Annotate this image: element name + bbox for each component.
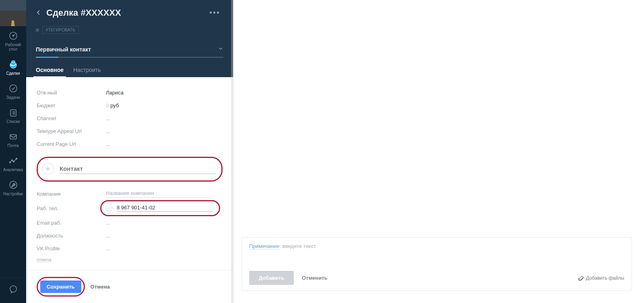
cancel-note-button[interactable]: Отменить	[302, 275, 328, 281]
note-composer: Примечание: введите текст Добавить Отмен…	[242, 237, 632, 291]
highlight-save: Сохранить	[37, 277, 85, 297]
avatar[interactable]	[0, 0, 26, 26]
attach-files-link[interactable]: Добавить файлы	[578, 275, 624, 281]
mail-icon	[8, 131, 19, 142]
chat-icon	[8, 284, 19, 295]
svg-point-10	[16, 158, 17, 160]
sidebar-item-label: Рабочий стол	[5, 43, 21, 51]
sidebar-item-label: Списки	[6, 119, 20, 124]
plus-icon[interactable]	[42, 163, 54, 175]
deal-title[interactable]: Сделка #XXXXXX	[46, 8, 206, 18]
sidebar: Рабочий стол Сделки Задачи Списки Почта	[0, 0, 26, 303]
panel-footer: Сохранить Отмена	[26, 270, 233, 303]
field-label-phone: Раб. тел.	[37, 205, 106, 211]
sidebar-item-mail[interactable]: Почта	[0, 127, 26, 151]
field-value-budget[interactable]: 0руб	[106, 102, 223, 109]
field-value-teletype[interactable]: ...	[106, 128, 223, 134]
field-label-vk: VK Profile	[37, 246, 106, 252]
cancel-button[interactable]: Отмена	[91, 284, 110, 290]
highlight-phone	[100, 200, 220, 216]
field-value-channel[interactable]: ...	[106, 115, 223, 121]
sidebar-item-analytics[interactable]: Аналитика	[0, 151, 26, 175]
svg-rect-6	[10, 135, 17, 139]
field-label-position: Должность	[37, 233, 106, 239]
wrench-icon	[8, 179, 19, 190]
add-note-button[interactable]: Добавить	[249, 271, 294, 285]
highlight-contact	[37, 157, 223, 182]
feed-area: Примечание: введите текст Добавить Отмен…	[233, 0, 644, 303]
svg-point-1	[12, 35, 14, 37]
sidebar-item-label: Почта	[8, 143, 19, 148]
deal-body: Отв-ный Лариса Бюджет 0руб Channel ... T…	[26, 77, 233, 270]
svg-point-11	[10, 181, 17, 188]
phone-input[interactable]	[117, 204, 213, 212]
field-label-teletype: Teletype Appeal Url	[37, 128, 106, 134]
deals-icon	[8, 59, 19, 70]
svg-rect-3	[12, 61, 15, 63]
back-icon[interactable]	[36, 10, 42, 16]
field-label-curpage: Current Page Url	[37, 141, 106, 147]
field-label-channel: Channel	[37, 115, 106, 121]
svg-point-7	[9, 162, 10, 163]
field-label-company: Компания	[37, 191, 106, 197]
sidebar-item-deals[interactable]: Сделки	[0, 55, 26, 79]
phone-type-icon[interactable]	[105, 204, 113, 211]
hash-icon: #	[36, 27, 39, 33]
sidebar-item-chat[interactable]	[0, 278, 26, 298]
field-value-responsible[interactable]: Лариса	[106, 90, 223, 96]
sidebar-item-settings[interactable]: Настройки	[0, 175, 26, 199]
tab-main[interactable]: Основное	[36, 63, 64, 77]
svg-point-8	[11, 160, 12, 161]
note-input[interactable]: Примечание: введите текст	[242, 237, 632, 265]
sidebar-item-label: Задачи	[6, 95, 20, 100]
svg-point-9	[13, 161, 14, 162]
gauge-icon	[8, 30, 19, 41]
save-button[interactable]: Сохранить	[40, 280, 81, 293]
field-value-curpage[interactable]: ...	[106, 141, 223, 147]
sidebar-item-label: Настройки	[3, 192, 23, 196]
field-value-position[interactable]: ...	[106, 233, 223, 239]
list-icon	[8, 107, 19, 118]
check-circle-icon	[8, 83, 19, 94]
cancel-contact-link[interactable]: отмена	[37, 257, 52, 262]
field-value-email[interactable]: ...	[106, 220, 223, 226]
field-label-budget: Бюджет	[37, 102, 106, 109]
contact-name-input[interactable]	[60, 164, 216, 174]
pipeline-progress[interactable]	[36, 57, 223, 58]
status-label: Первичный контакт	[36, 46, 91, 53]
sidebar-item-lists[interactable]: Списки	[0, 103, 26, 127]
more-button[interactable]: •••	[206, 6, 223, 19]
chevron-down-icon	[218, 46, 223, 53]
field-value-company[interactable]: Название компании	[106, 190, 223, 198]
field-label-responsible: Отв-ный	[37, 90, 106, 96]
paperclip-icon	[578, 275, 584, 281]
tag-input[interactable]: #ТЕГИРОВАТЬ	[42, 26, 79, 34]
svg-point-4	[10, 85, 17, 92]
sidebar-item-dashboard[interactable]: Рабочий стол	[0, 26, 26, 55]
field-label-email: Email раб.	[37, 220, 106, 226]
tab-configure[interactable]: Настроить	[73, 63, 101, 77]
sidebar-item-tasks[interactable]: Задачи	[0, 79, 26, 103]
field-value-vk[interactable]: ...	[106, 246, 223, 252]
analytics-icon	[8, 155, 19, 166]
status-dropdown[interactable]: Первичный контакт	[36, 46, 223, 53]
note-label: Примечание	[249, 243, 279, 250]
sidebar-item-label: Сделки	[6, 71, 20, 76]
sidebar-item-label: Аналитика	[3, 168, 23, 172]
deal-panel: Сделка #XXXXXX ••• # #ТЕГИРОВАТЬ Первичн…	[26, 0, 233, 303]
deal-header: Сделка #XXXXXX ••• # #ТЕГИРОВАТЬ Первичн…	[26, 0, 233, 77]
